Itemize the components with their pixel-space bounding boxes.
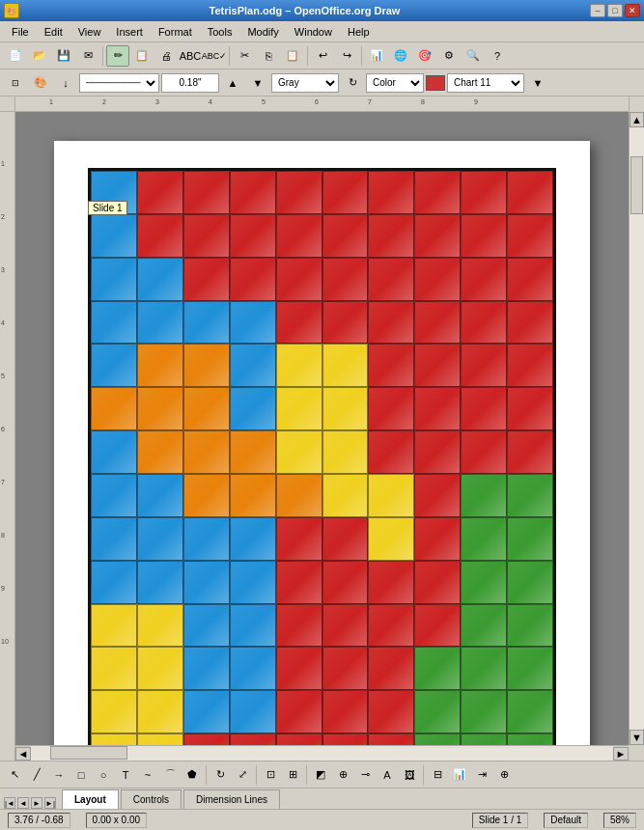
vertical-scrollbar[interactable]: ▲ ▼ xyxy=(629,112,644,745)
connector-tool[interactable]: ⊸ xyxy=(354,764,376,786)
tetris-cell xyxy=(507,690,553,733)
tetris-cell xyxy=(183,733,230,745)
hscroll-right-button[interactable]: ► xyxy=(613,747,629,761)
minimize-button[interactable]: – xyxy=(590,4,605,17)
hscroll-thumb[interactable] xyxy=(50,746,127,760)
open-button[interactable]: 📂 xyxy=(28,45,51,67)
menu-window[interactable]: Window xyxy=(287,22,340,42)
freehand-tool[interactable]: ~ xyxy=(137,764,158,786)
tab-dimension-lines[interactable]: Dimension Lines xyxy=(183,789,280,809)
refresh-button[interactable]: ↻ xyxy=(341,72,364,94)
horizontal-scrollbar[interactable]: ◄ ► xyxy=(15,745,629,761)
tab-controls[interactable]: Controls xyxy=(121,789,182,809)
tetris-cell xyxy=(91,690,137,733)
rect-tool[interactable]: □ xyxy=(70,764,92,786)
paste-button[interactable]: 📋 xyxy=(281,45,304,67)
line-tool[interactable]: ╱ xyxy=(26,764,47,786)
help-button[interactable]: ? xyxy=(486,45,509,67)
edit-button[interactable]: ✏ xyxy=(106,45,129,67)
chart-select[interactable]: Chart 11 xyxy=(447,73,524,93)
menu-tools[interactable]: Tools xyxy=(200,22,240,42)
menu-format[interactable]: Format xyxy=(151,22,200,42)
ellipse-tool[interactable]: ○ xyxy=(93,764,114,786)
tetris-cell xyxy=(276,474,322,517)
ruler-corner xyxy=(0,97,15,112)
settings-button[interactable]: ⚙ xyxy=(437,45,461,67)
scroll-down-button[interactable]: ▼ xyxy=(630,730,644,745)
tab-next-button[interactable]: ► xyxy=(31,797,42,809)
pointer-tool[interactable]: ↖ xyxy=(4,764,25,786)
up-button[interactable]: ▲ xyxy=(221,72,244,94)
tab-last-button[interactable]: ►| xyxy=(44,797,56,809)
tetris-cell xyxy=(183,171,230,214)
tetris-grid xyxy=(88,168,556,745)
chart-down-button[interactable]: ▼ xyxy=(526,72,549,94)
tab-first-button[interactable]: |◄ xyxy=(4,797,15,809)
tetris-cell xyxy=(368,733,414,745)
new-button[interactable]: 📄 xyxy=(4,45,27,67)
close-button[interactable]: ✕ xyxy=(625,4,640,17)
insert-table-tool[interactable]: ⊟ xyxy=(427,764,448,786)
tab-order-tool[interactable]: ⇥ xyxy=(471,764,492,786)
shapes-tool[interactable]: ⬟ xyxy=(182,764,203,786)
menu-modify[interactable]: Modify xyxy=(239,22,286,42)
undo2-button[interactable]: ↪ xyxy=(335,45,358,67)
insert-chart-tool[interactable]: 📊 xyxy=(449,764,470,786)
tetris-cell xyxy=(183,214,230,258)
undo-button[interactable]: ↩ xyxy=(311,45,334,67)
menu-file[interactable]: File xyxy=(4,22,37,42)
zoom-button[interactable]: 🔍 xyxy=(462,45,485,67)
scroll-track[interactable] xyxy=(630,127,644,730)
align-tool[interactable]: ⊡ xyxy=(260,764,281,786)
tetris-cell xyxy=(507,171,553,214)
copy-button[interactable]: ⎘ xyxy=(257,45,280,67)
group-tool[interactable]: ⊞ xyxy=(282,764,303,786)
fontwork-tool[interactable]: A xyxy=(377,764,398,786)
tetris-cell xyxy=(276,604,322,648)
curves-tool[interactable]: ⌒ xyxy=(159,764,181,786)
tab-prev-button[interactable]: ◄ xyxy=(17,797,29,809)
from-file-tool[interactable]: 🖼 xyxy=(399,764,420,786)
tetris-cell xyxy=(137,474,183,517)
arrow-tool[interactable]: → xyxy=(48,764,70,786)
style-select[interactable]: Color xyxy=(366,73,424,93)
fill-color-button[interactable]: 🎨 xyxy=(29,72,52,94)
sep4 xyxy=(361,46,362,66)
line-style-select[interactable]: ──────── xyxy=(79,73,159,93)
rotate-tool[interactable]: ↻ xyxy=(210,764,231,786)
print-button[interactable]: 🖨 xyxy=(154,45,178,67)
canvas-area[interactable]: Slide 1 xyxy=(15,112,629,745)
down-button[interactable]: ▼ xyxy=(246,72,269,94)
pdf-button[interactable]: 📋 xyxy=(130,45,154,67)
menu-view[interactable]: View xyxy=(70,22,109,42)
tetris-cell xyxy=(183,258,230,301)
scroll-thumb[interactable] xyxy=(630,156,643,214)
maximize-button[interactable]: □ xyxy=(607,4,623,17)
chart2-button[interactable]: 🌐 xyxy=(389,45,412,67)
hscroll-track[interactable] xyxy=(31,746,613,761)
cut-button[interactable]: ✂ xyxy=(233,45,256,67)
flip-tool[interactable]: ⤢ xyxy=(232,764,253,786)
save-button[interactable]: 💾 xyxy=(52,45,75,67)
text-tool[interactable]: T xyxy=(115,764,136,786)
menu-insert[interactable]: Insert xyxy=(108,22,151,42)
tetris-cell xyxy=(322,301,369,345)
shadow-tool[interactable]: ◩ xyxy=(310,764,331,786)
points-tool[interactable]: ⊕ xyxy=(332,764,353,786)
chart3-button[interactable]: 🎯 xyxy=(413,45,436,67)
select-all-button[interactable]: ⊡ xyxy=(4,72,27,94)
tetris-cell xyxy=(507,561,553,604)
arrow-button[interactable]: ↓ xyxy=(54,72,77,94)
chart-button[interactable]: 📊 xyxy=(365,45,388,67)
scroll-up-button[interactable]: ▲ xyxy=(630,112,644,127)
tab-layout[interactable]: Layout xyxy=(62,789,119,809)
menu-edit[interactable]: Edit xyxy=(37,22,70,42)
spell2-button[interactable]: ABC✓ xyxy=(203,45,226,67)
menu-help[interactable]: Help xyxy=(340,22,378,42)
toggle-tool[interactable]: ⊕ xyxy=(493,764,515,786)
hscroll-left-button[interactable]: ◄ xyxy=(15,747,31,761)
email-button[interactable]: ✉ xyxy=(76,45,99,67)
spell-button[interactable]: ABC xyxy=(179,45,202,67)
line-width-input[interactable]: 0.18" xyxy=(161,73,219,93)
color-select[interactable]: Gray xyxy=(271,73,339,93)
